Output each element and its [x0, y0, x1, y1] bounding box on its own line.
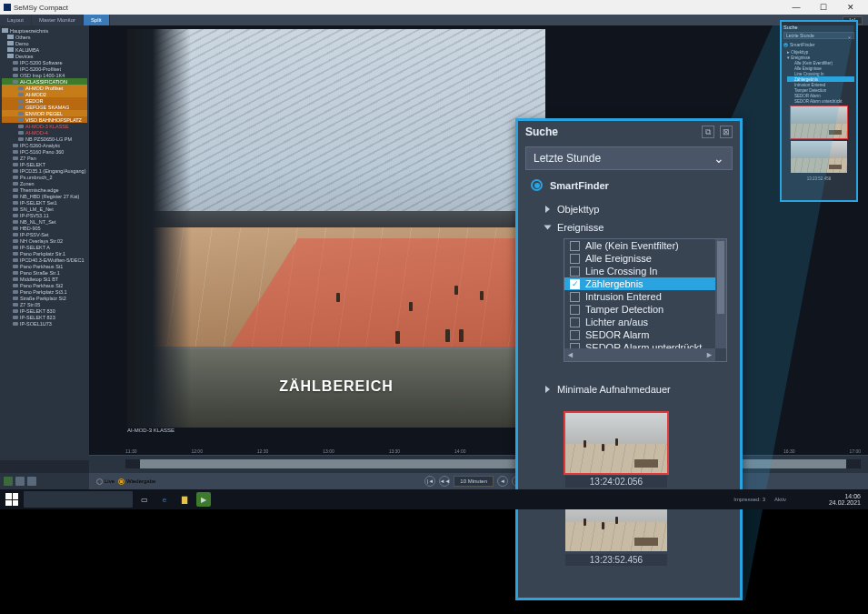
tree-node[interactable]: IPCD40.3-E/Wulften-5/DEC1	[2, 257, 87, 263]
tab-split[interactable]: Split	[84, 15, 110, 25]
tree-node[interactable]: VISO BAHNHOFSPLATZ	[2, 116, 87, 123]
tree-node[interactable]: Middletop St1 BT	[2, 276, 87, 282]
tab-layout[interactable]: Layout	[0, 15, 32, 25]
tree-node[interactable]: Devices	[2, 53, 87, 59]
event-filter-item[interactable]: SEDOR Alarm	[564, 328, 715, 341]
section-objekttyp[interactable]: Objekttyp	[518, 200, 740, 218]
tree-node[interactable]: Ps.umbruch_2	[2, 174, 87, 180]
event-filter-item[interactable]: Lichter an/aus	[564, 316, 715, 328]
tree-node[interactable]: KALUMBA	[2, 46, 87, 53]
tree-node[interactable]: IP-PSSV-Set	[2, 231, 87, 237]
event-filter-item[interactable]: Intrusion Entered	[564, 290, 715, 303]
tool-icon[interactable]	[15, 477, 25, 486]
tree-node[interactable]: Others	[2, 34, 87, 40]
taskbar-clock[interactable]: 14:06 24.02.2021	[829, 493, 861, 507]
step-back-button[interactable]: ◄	[497, 476, 508, 487]
tree-node[interactable]: AI-MOD-3 KLASSE	[2, 123, 87, 129]
window-close-button[interactable]: ✕	[837, 0, 864, 15]
tree-node[interactable]: ENVIOR PEGEL	[2, 110, 87, 116]
timeline[interactable]: 11:3012:0012:3013:0013:3014:0014:3015:00…	[89, 455, 868, 473]
close-icon[interactable]: ⊠	[720, 126, 733, 138]
taskbar-search[interactable]	[24, 491, 133, 508]
window-maximize-button[interactable]: ☐	[810, 0, 837, 15]
tree-node[interactable]: IP-SELEKT A	[2, 244, 87, 250]
tree-node[interactable]: AI-MOD-4	[2, 129, 87, 136]
event-filter-list[interactable]: Alle (Kein Eventfilter)Alle EreignisseLi…	[564, 238, 727, 362]
tree-node[interactable]: NB_NL_NT_Set	[2, 218, 87, 225]
timejump-dropdown[interactable]: 10 Minuten	[454, 476, 494, 487]
tree-node[interactable]: Zonen	[2, 180, 87, 186]
tree-node[interactable]: IP-SELEKT 830	[2, 307, 87, 314]
result-thumbnail[interactable]: 13:24:02.456	[791, 106, 847, 138]
tree-node[interactable]: IPC-5160 Pano 360	[2, 148, 87, 155]
taskbar-taskview-icon[interactable]: ▭	[136, 491, 153, 508]
event-filter-item[interactable]: ✓Zählergebnis	[564, 277, 715, 290]
tree-node[interactable]: Z7 Pan	[2, 155, 87, 161]
tree-node[interactable]: Demo	[2, 40, 87, 46]
tree-node[interactable]: AI-CLASSIFICATION	[2, 78, 87, 85]
tree-node[interactable]: IP-SELEKT 823	[2, 314, 87, 320]
tree-node[interactable]: OSD Insp 1400-1K4	[2, 72, 87, 78]
event-filter-item[interactable]: SEDOR Alarm unterdrückt	[564, 341, 715, 348]
tree-node[interactable]: Pano Parkplatz St3.1	[2, 288, 87, 295]
mini-timerange-dropdown[interactable]: Letzte Stunde ⌄	[783, 32, 854, 39]
tree-node[interactable]: IP-PSV53.11	[2, 212, 87, 218]
tree-node[interactable]: NB_HBD (Register 27 Kat)	[2, 193, 87, 199]
result-thumbnail[interactable]: 13:23:52.456	[791, 141, 847, 173]
section-ereignisse[interactable]: Ereignisse	[518, 218, 740, 237]
tree-node[interactable]: HBD-905	[2, 225, 87, 231]
tree-node[interactable]: SEDOR	[2, 97, 87, 104]
tree-node[interactable]: Thermische.edge	[2, 186, 87, 193]
window-minimize-button[interactable]: —	[783, 0, 810, 15]
tab-master-monitor[interactable]: Master Monitor	[32, 15, 84, 25]
playback-toggle[interactable]: Wiedergabe	[126, 478, 155, 484]
tree-node[interactable]: Pano Parkplatz Str.1	[2, 250, 87, 257]
rewind-button[interactable]: ◄◄	[439, 476, 450, 487]
start-button[interactable]	[5, 493, 18, 506]
zoom-smartfinder-radio[interactable]: SmartFinder	[518, 179, 740, 200]
taskbar-explorer-icon[interactable]: ▇	[176, 491, 193, 508]
tree-node[interactable]: Pano Parkhaus St1	[2, 263, 87, 269]
windows-taskbar[interactable]: ▭ e ▇ ▶ 14:06 24.02.2021 Impressed: 3 Ak…	[0, 489, 868, 509]
tree-node[interactable]: IPC-5200-Profilset	[2, 65, 87, 72]
tree-node[interactable]: Hauptverzeichnis	[2, 27, 87, 34]
tree-node[interactable]: NB PZS0650-LG PM	[2, 136, 87, 142]
section-min-recording[interactable]: Minimale Aufnahmedauer	[518, 380, 740, 398]
event-filter-item[interactable]: Line Crossing In	[564, 265, 715, 277]
tree-node[interactable]: Straße Parkplatz St2	[2, 295, 87, 301]
event-filter-item[interactable]: Tamper Detection	[564, 303, 715, 316]
tree-node-label: IPCD40.3-E/Wulften-5/DEC1	[20, 257, 85, 263]
result-thumbnail[interactable]: 13:24:02.056	[565, 413, 667, 473]
scrollbar-horizontal[interactable]: ◄►	[564, 348, 715, 361]
tree-node[interactable]: IPC-5260-Analytic	[2, 142, 87, 148]
tree-node[interactable]: IP-SOEL1U73	[2, 320, 87, 327]
mini-smartfinder-radio[interactable]: SmartFinder	[783, 42, 854, 47]
tree-node[interactable]: NH Overlays Str.02	[2, 237, 87, 244]
tree-node[interactable]: Pano Straße Str.1	[2, 269, 87, 276]
tree-node[interactable]: IP-SELEKT	[2, 161, 87, 167]
tree-node[interactable]: IPCD35.1 (Eingang/Ausgang)	[2, 167, 87, 174]
taskbar-edge-icon[interactable]: e	[156, 491, 173, 508]
video-viewport[interactable]: ZÄHLBEREICH	[127, 29, 545, 428]
live-toggle[interactable]: Live	[105, 478, 115, 484]
skip-prev-button[interactable]: |◄	[424, 476, 435, 487]
tree-node-label: AI-MOD-4	[25, 130, 48, 136]
detach-icon[interactable]: ⧉	[702, 126, 714, 138]
zoom-timerange-dropdown[interactable]: Letzte Stunde ⌄	[525, 146, 733, 170]
tree-node[interactable]: AI-MOD2	[2, 91, 87, 97]
record-icon[interactable]	[4, 477, 13, 486]
tree-node[interactable]: IPC-5200 Software	[2, 59, 87, 65]
scrollbar-vertical[interactable]	[715, 239, 726, 348]
tool-icon[interactable]	[27, 477, 36, 486]
tree-node[interactable]: IP-SELEKT Set1	[2, 199, 87, 206]
mini-tree-row[interactable]: SEDOR Alarm unterdrückt	[787, 98, 854, 104]
event-filter-item[interactable]: Alle Ereignisse	[564, 252, 715, 265]
tree-node[interactable]: Z7 Str.05	[2, 301, 87, 307]
tree-node[interactable]: AI-MOD Profilset	[2, 85, 87, 91]
taskbar-app-icon[interactable]: ▶	[196, 492, 211, 507]
tree-node[interactable]: GEFÜGE SKAMAG	[2, 104, 87, 110]
event-filter-item[interactable]: Alle (Kein Eventfilter)	[564, 239, 715, 252]
tree-node[interactable]: SN_LM_E_Net	[2, 206, 87, 212]
tree-node[interactable]: Pano Parkhaus St2	[2, 282, 87, 288]
device-tree-panel[interactable]: HauptverzeichnisOthersDemoKALUMBADevices…	[0, 25, 89, 460]
